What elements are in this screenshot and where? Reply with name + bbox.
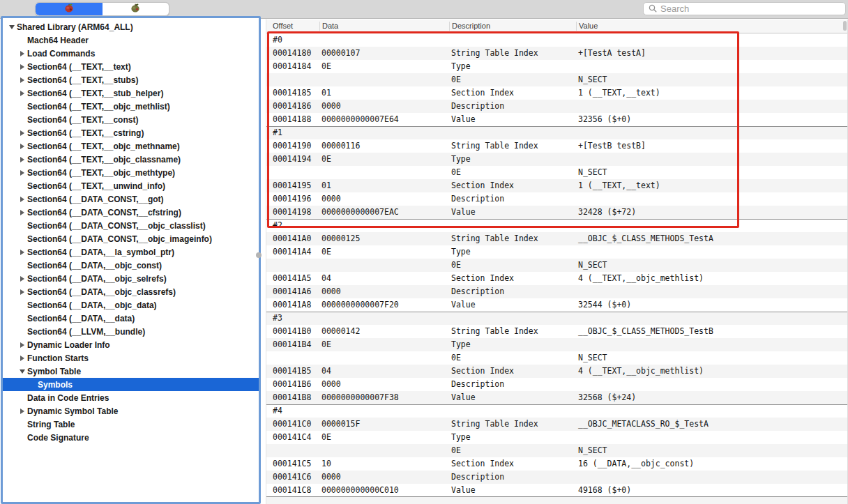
disclosure-triangle-icon[interactable] <box>7 25 17 29</box>
table-row[interactable]: 0001419501Section Index1 (__TEXT,__text) <box>266 179 848 192</box>
description-cell: Section Index <box>449 457 576 471</box>
sidebar-item[interactable]: Section64 (__TEXT,__unwind_info) <box>3 179 259 192</box>
table-row[interactable]: 000141C00000015FString Table Index__OBJC… <box>266 418 848 431</box>
table-row[interactable]: 000141A504Section Index4 (__TEXT,__objc_… <box>266 272 848 285</box>
table-row[interactable]: 000141880000000000007E64Value32356 ($+0) <box>266 113 848 126</box>
sidebar-item[interactable]: Section64 (__TEXT,__objc_methtype) <box>3 166 259 179</box>
sidebar-item[interactable]: Dynamic Loader Info <box>3 338 259 351</box>
sidebar-item[interactable]: Shared Library (ARM64_ALL) <box>3 20 259 33</box>
disclosure-triangle-icon[interactable] <box>17 170 27 176</box>
sidebar-item[interactable]: Load Commands <box>3 47 259 60</box>
sidebar-item[interactable]: Section64 (__DATA,__objc_data) <box>3 298 259 312</box>
sidebar-scrollbar-thumb[interactable] <box>256 252 262 258</box>
sidebar-item[interactable]: Section64 (__DATA,__data) <box>3 312 259 325</box>
sidebar-item[interactable]: Section64 (__DATA_CONST,__objc_imageinfo… <box>3 232 259 245</box>
sidebar-item[interactable]: Section64 (__DATA,__objc_const) <box>3 259 259 272</box>
disclosure-triangle-icon[interactable] <box>17 369 27 374</box>
table-scrollbar-thumb[interactable] <box>843 21 847 31</box>
sidebar-item[interactable]: Section64 (__DATA_CONST,__got) <box>3 192 259 206</box>
sidebar-item[interactable]: Code Signature <box>3 431 259 444</box>
table-row[interactable]: 000141C60000Description <box>266 471 848 484</box>
sidebar-item[interactable]: Section64 (__DATA,__la_symbol_ptr) <box>3 245 259 259</box>
sidebar-item[interactable]: Section64 (__TEXT,__cstring) <box>3 126 259 139</box>
table-row[interactable]: 000141A60000Description <box>266 285 848 298</box>
disclosure-triangle-icon[interactable] <box>17 77 27 83</box>
symbol-group-row[interactable]: #2 <box>266 219 848 232</box>
disclosure-triangle-icon[interactable] <box>17 91 27 96</box>
disclosure-triangle-icon[interactable] <box>17 144 27 149</box>
column-resize-handle[interactable] <box>576 22 577 31</box>
disclosure-triangle-icon[interactable] <box>17 130 27 136</box>
table-row[interactable]: 000141B40EType <box>266 338 848 351</box>
disclosure-triangle-icon[interactable] <box>17 210 27 215</box>
table-row[interactable]: 0EN_SECT <box>266 259 848 272</box>
table-row[interactable]: 000141860000Description <box>266 100 848 113</box>
disclosure-triangle-icon[interactable] <box>17 408 27 414</box>
disclosure-triangle-icon[interactable] <box>17 51 27 56</box>
sidebar-item[interactable]: Mach64 Header <box>3 33 259 47</box>
segment-raw-view[interactable] <box>103 3 169 15</box>
disclosure-triangle-icon[interactable] <box>17 289 27 295</box>
sidebar-item[interactable]: Symbol Table <box>3 365 259 378</box>
table-row[interactable]: 000141980000000000007EACValue32428 ($+72… <box>266 206 848 219</box>
table-row[interactable]: 000141960000Description <box>266 192 848 206</box>
symbol-group-row[interactable]: #4 <box>266 404 848 418</box>
sidebar-item[interactable]: Section64 (__DATA,__objc_selrefs) <box>3 272 259 285</box>
sidebar-item[interactable]: Function Starts <box>3 351 259 365</box>
disclosure-triangle-icon[interactable] <box>17 342 27 348</box>
sidebar-item[interactable]: Section64 (__TEXT,__objc_methname) <box>3 139 259 153</box>
sidebar-item[interactable]: Section64 (__LLVM,__bundle) <box>3 325 259 338</box>
table-row[interactable]: 000141C510Section Index16 (__DATA,__objc… <box>266 457 848 471</box>
disclosure-triangle-icon[interactable] <box>17 197 27 202</box>
segment-parsed-view[interactable] <box>36 3 103 15</box>
column-header-description[interactable]: Description <box>449 20 576 33</box>
symbol-group-row[interactable]: #0 <box>266 33 848 47</box>
table-row[interactable]: 0001418000000107String Table Index+[Test… <box>266 47 848 60</box>
symbol-group-row[interactable]: #1 <box>266 126 848 139</box>
sidebar-item[interactable]: Dynamic Symbol Table <box>3 404 259 418</box>
table-row[interactable]: 000141B000000142String Table Index__OBJC… <box>266 325 848 338</box>
symbol-group-row[interactable]: #3 <box>266 312 848 325</box>
sidebar-item[interactable]: Data in Code Entries <box>3 391 259 404</box>
table-row[interactable]: 000141840EType <box>266 60 848 73</box>
table-row[interactable]: 000141B504Section Index4 (__TEXT,__objc_… <box>266 365 848 378</box>
disclosure-triangle-icon[interactable] <box>17 157 27 162</box>
table-row[interactable]: 0001418501Section Index1 (__TEXT,__text) <box>266 86 848 100</box>
disclosure-triangle-icon[interactable] <box>17 64 27 70</box>
table-row[interactable]: 000141A000000125String Table Index__OBJC… <box>266 232 848 245</box>
disclosure-triangle-icon[interactable] <box>17 276 27 282</box>
table-row[interactable]: 0001419000000116String Table Index+[Test… <box>266 139 848 153</box>
column-resize-handle[interactable] <box>319 22 320 31</box>
column-header-value[interactable]: Value <box>576 20 598 33</box>
sidebar-item[interactable]: Section64 (__TEXT,__text) <box>3 60 259 73</box>
table-row[interactable]: 0EN_SECT <box>266 166 848 179</box>
disclosure-triangle-icon[interactable] <box>17 356 27 361</box>
sidebar-item[interactable]: Section64 (__DATA_CONST,__objc_classlist… <box>3 219 259 232</box>
table-row[interactable]: 000141940EType <box>266 153 848 166</box>
sidebar-item[interactable]: Section64 (__DATA_CONST,__cfstring) <box>3 206 259 219</box>
search-input[interactable]: Search <box>643 2 846 15</box>
column-resize-handle[interactable] <box>449 22 450 31</box>
column-header-data[interactable]: Data <box>319 20 449 33</box>
table-row[interactable]: 000141A80000000000007F20Value32544 ($+0) <box>266 298 848 312</box>
table-row[interactable]: 000141A40EType <box>266 245 848 259</box>
sidebar-item[interactable]: Section64 (__TEXT,__const) <box>3 113 259 126</box>
sidebar-item[interactable]: Section64 (__TEXT,__stub_helper) <box>3 86 259 100</box>
sidebar-item[interactable]: Section64 (__TEXT,__objc_methlist) <box>3 100 259 113</box>
table-row[interactable]: 0EN_SECT <box>266 73 848 86</box>
column-header-offset[interactable]: Offset <box>266 20 319 33</box>
table-row[interactable]: 0EN_SECT <box>266 444 848 457</box>
data-cell <box>319 444 449 457</box>
sidebar-item[interactable]: Section64 (__TEXT,__objc_classname) <box>3 153 259 166</box>
table-row[interactable]: 000141B60000Description <box>266 378 848 391</box>
table-row[interactable]: 000141C8000000000000C010Value49168 ($+0) <box>266 484 848 497</box>
disclosure-triangle-icon[interactable] <box>17 250 27 255</box>
sidebar-item-label: Section64 (__TEXT,__objc_methlist) <box>27 102 170 112</box>
table-row[interactable]: 0EN_SECT <box>266 351 848 365</box>
sidebar-item[interactable]: Symbols <box>3 378 259 391</box>
table-row[interactable]: 000141C40EType <box>266 431 848 444</box>
sidebar-item[interactable]: String Table <box>3 418 259 431</box>
sidebar-item[interactable]: Section64 (__TEXT,__stubs) <box>3 73 259 86</box>
table-row[interactable]: 000141B80000000000007F38Value32568 ($+24… <box>266 391 848 404</box>
sidebar-item[interactable]: Section64 (__DATA,__objc_classrefs) <box>3 285 259 298</box>
